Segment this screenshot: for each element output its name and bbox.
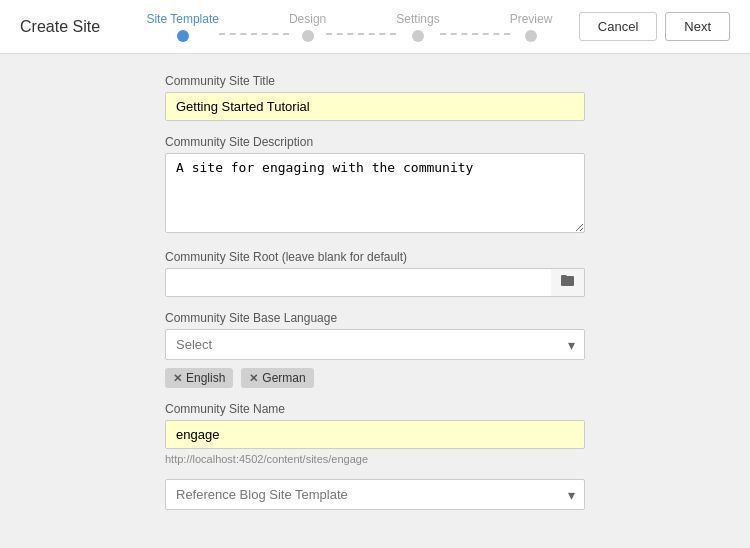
page-header: Create Site Site Template Design Setting… <box>0 0 750 54</box>
step-connector-2 <box>326 33 396 35</box>
site-title-group: Community Site Title <box>165 74 585 121</box>
site-root-input-wrapper <box>165 268 585 297</box>
site-description-input[interactable]: A site for engaging with the community <box>165 153 585 233</box>
template-dropdown-group: Reference Blog Site Template ▾ <box>165 479 585 510</box>
step-design: Design <box>289 12 326 42</box>
tag-german: ✕ German <box>241 368 313 388</box>
step-design-dot <box>302 30 314 42</box>
cancel-button[interactable]: Cancel <box>579 12 657 41</box>
step-settings-label: Settings <box>396 12 439 26</box>
step-design-label: Design <box>289 12 326 26</box>
folder-icon <box>560 273 576 292</box>
site-url-hint: http://localhost:4502/content/sites/enga… <box>165 453 585 465</box>
site-name-label: Community Site Name <box>165 402 585 416</box>
tag-english-label: English <box>186 371 225 385</box>
step-site-template: Site Template <box>146 12 219 42</box>
form-content: Community Site Title Community Site Desc… <box>0 54 750 548</box>
step-settings: Settings <box>396 12 439 42</box>
next-button[interactable]: Next <box>665 12 730 41</box>
step-site-template-label: Site Template <box>146 12 219 26</box>
site-name-group: Community Site Name http://localhost:450… <box>165 402 585 465</box>
tag-german-remove[interactable]: ✕ <box>249 372 258 385</box>
page-title: Create Site <box>20 18 120 36</box>
site-title-input[interactable] <box>165 92 585 121</box>
template-select[interactable]: Reference Blog Site Template <box>165 479 585 510</box>
site-title-label: Community Site Title <box>165 74 585 88</box>
wizard-steps: Site Template Design Settings Preview <box>120 12 579 42</box>
template-select-wrapper: Reference Blog Site Template ▾ <box>165 479 585 510</box>
site-root-input[interactable] <box>165 268 585 297</box>
tag-german-label: German <box>262 371 305 385</box>
site-base-language-group: Community Site Base Language Select ▾ ✕ … <box>165 311 585 388</box>
step-settings-dot <box>412 30 424 42</box>
site-base-language-label: Community Site Base Language <box>165 311 585 325</box>
site-base-language-select-wrapper: Select ▾ <box>165 329 585 360</box>
selected-languages-tags: ✕ English ✕ German <box>165 368 585 388</box>
site-root-label: Community Site Root (leave blank for def… <box>165 250 585 264</box>
step-connector-1 <box>219 33 289 35</box>
site-name-input[interactable] <box>165 420 585 449</box>
step-preview-dot <box>525 30 537 42</box>
site-description-label: Community Site Description <box>165 135 585 149</box>
site-root-folder-button[interactable] <box>551 268 585 297</box>
step-preview-label: Preview <box>510 12 553 26</box>
header-actions: Cancel Next <box>579 12 730 41</box>
step-connector-3 <box>440 33 510 35</box>
tag-english-remove[interactable]: ✕ <box>173 372 182 385</box>
step-site-template-dot <box>177 30 189 42</box>
site-description-group: Community Site Description A site for en… <box>165 135 585 236</box>
site-root-group: Community Site Root (leave blank for def… <box>165 250 585 297</box>
site-base-language-select[interactable]: Select <box>165 329 585 360</box>
tag-english: ✕ English <box>165 368 233 388</box>
step-preview: Preview <box>510 12 553 42</box>
